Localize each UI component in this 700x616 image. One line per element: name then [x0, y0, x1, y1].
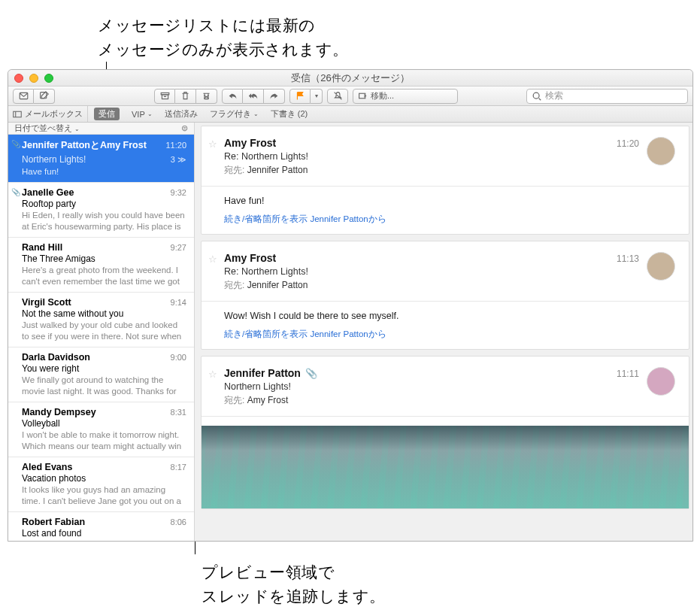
- star-icon[interactable]: ☆: [208, 369, 217, 380]
- thread-from: Amy Frost: [224, 252, 308, 264]
- titlebar: 受信（26件のメッセージ）: [8, 70, 692, 86]
- forward-button[interactable]: [264, 89, 285, 104]
- star-icon[interactable]: ☆: [208, 253, 217, 265]
- flag-menu-button[interactable]: ▾: [311, 89, 323, 104]
- thread-count: 3 ≫: [171, 155, 186, 164]
- callout-bottom: プレビュー領域で スレッドを追跡します。: [202, 560, 386, 608]
- window-title: 受信（26件のメッセージ）: [8, 71, 692, 85]
- message-subject: Volleyball: [22, 418, 60, 429]
- message-row[interactable]: 📎Janelle Gee9:32Rooftop partyHi Eden, I …: [8, 183, 194, 238]
- reply-all-button[interactable]: [243, 89, 264, 104]
- message-subject: Vacation photos: [22, 473, 86, 484]
- message-preview: We finally got around to watching the mo…: [22, 375, 186, 397]
- thread-message: ☆Amy FrostRe: Northern Lights!宛先: Jennif…: [201, 241, 689, 350]
- message-time: 11:20: [165, 141, 186, 150]
- message-time: 8:17: [171, 463, 186, 472]
- flagged-tab[interactable]: フラグ付き⌄: [204, 106, 265, 122]
- move-icon: [358, 91, 368, 101]
- flag-button[interactable]: [289, 89, 311, 104]
- chevron-down-icon: ▾: [315, 93, 318, 99]
- message-row[interactable]: Aled Evans8:17Vacation photosIt looks li…: [8, 457, 194, 512]
- forward-icon: [269, 91, 279, 101]
- expand-quote-link[interactable]: 続き/省略箇所を表示 Jennifer Pattonから: [224, 329, 675, 340]
- svg-point-5: [533, 93, 539, 99]
- junk-icon: [202, 91, 211, 101]
- compose-button[interactable]: [34, 89, 55, 104]
- thread-from: Jennifer Patton📎: [224, 367, 317, 379]
- message-subject: Not the same without you: [22, 308, 123, 319]
- message-from: Aled Evans: [22, 462, 72, 472]
- thread-body: Wow! Wish I could be there to see myself…: [224, 311, 675, 321]
- attachment-icon: 📎: [11, 188, 20, 196]
- mail-window: 受信（26件のメッセージ） ▾ 移動...: [8, 69, 693, 542]
- message-subject: Lost and found: [22, 528, 81, 539]
- search-icon: [532, 91, 542, 102]
- junk-button[interactable]: [196, 89, 217, 104]
- favorites-bar: メールボックス 受信 VIP⌄ 送信済み フラグ付き⌄ 下書き (2): [8, 106, 692, 123]
- toolbar: ▾ 移動... 検索: [8, 86, 692, 106]
- message-from: Rand Hill: [22, 242, 62, 253]
- message-list: 日付で並べ替え ⌄ ⊜ 📎Jennifer PattonとAmy Frost11…: [8, 123, 195, 541]
- envelope-icon: [19, 91, 29, 101]
- delete-button[interactable]: [175, 89, 196, 104]
- message-preview: I won't be able to make it tomorrow nigh…: [22, 429, 186, 452]
- mute-button[interactable]: [327, 89, 348, 104]
- move-label: 移動...: [371, 90, 394, 102]
- avatar: [647, 252, 675, 281]
- message-row[interactable]: Darla Davidson9:00You were rightWe final…: [8, 347, 194, 402]
- search-placeholder: 検索: [545, 90, 563, 102]
- message-from: Robert Fabian: [22, 517, 85, 527]
- archive-icon: [160, 91, 170, 101]
- sent-tab[interactable]: 送信済み: [159, 106, 204, 122]
- thread-time: 11:13: [617, 253, 639, 264]
- message-row[interactable]: Robert Fabian8:06Lost and foundHi everyo…: [8, 512, 194, 541]
- chevron-down-icon: ⌄: [253, 111, 259, 117]
- sort-bar[interactable]: 日付で並べ替え ⌄ ⊜: [8, 123, 194, 135]
- move-to-button[interactable]: 移動...: [353, 89, 458, 104]
- sidebar-icon: [13, 110, 22, 119]
- thread-to: 宛先: Jennifer Patton: [224, 164, 308, 177]
- chevron-down-icon: ⌄: [147, 111, 153, 117]
- svg-rect-4: [359, 93, 365, 99]
- message-row[interactable]: Virgil Scott9:14Not the same without you…: [8, 293, 194, 347]
- message-subject: Northern Lights!: [22, 154, 86, 165]
- get-mail-button[interactable]: [13, 89, 34, 104]
- flag-icon: [295, 91, 305, 101]
- attachment-icon: 📎: [305, 368, 317, 379]
- message-preview: Here's a great photo from the weekend. I…: [22, 265, 186, 287]
- message-time: 9:00: [171, 353, 186, 362]
- thread-body: Have fun!: [224, 196, 675, 206]
- message-subject: Rooftop party: [22, 199, 76, 209]
- filter-icon[interactable]: ⊜: [181, 123, 188, 133]
- message-row[interactable]: Mandy Dempsey8:31VolleyballI won't be ab…: [8, 402, 194, 457]
- message-subject: You were right: [22, 363, 79, 374]
- message-from: Jennifer PattonとAmy Frost: [22, 139, 147, 152]
- reply-button[interactable]: [222, 89, 243, 104]
- expand-quote-link[interactable]: 続き/省略箇所を表示 Jennifer Pattonから: [224, 214, 675, 225]
- inbox-tab[interactable]: 受信: [88, 106, 126, 122]
- message-from: Janelle Gee: [22, 187, 74, 198]
- message-from: Virgil Scott: [22, 297, 71, 308]
- message-row[interactable]: Rand Hill9:27The Three AmigasHere's a gr…: [8, 238, 194, 293]
- thread-time: 11:20: [617, 138, 639, 149]
- vip-tab[interactable]: VIP⌄: [126, 106, 159, 122]
- mailboxes-toggle[interactable]: メールボックス: [8, 106, 88, 122]
- message-row[interactable]: 📎Jennifer PattonとAmy Frost11:20Northern …: [8, 135, 194, 183]
- message-preview: Hi Eden, I really wish you could have be…: [22, 210, 186, 232]
- reply-icon: [228, 91, 238, 101]
- svg-rect-6: [14, 111, 22, 117]
- message-time: 8:06: [171, 517, 186, 526]
- thread-to: 宛先: Jennifer Patton: [224, 279, 308, 292]
- compose-icon: [39, 91, 49, 101]
- archive-button[interactable]: [154, 89, 175, 104]
- message-from: Darla Davidson: [22, 352, 90, 363]
- star-icon[interactable]: ☆: [208, 138, 217, 150]
- drafts-tab[interactable]: 下書き (2): [265, 106, 314, 122]
- message-preview: Hi everyone, I found a pair of sunglasse…: [22, 539, 186, 541]
- search-field[interactable]: 検索: [526, 89, 688, 104]
- attachment-image[interactable]: [202, 426, 689, 508]
- callout-top: メッセージリストには最新の メッセージのみが表示されます。: [98, 14, 349, 61]
- content-area: 日付で並べ替え ⌄ ⊜ 📎Jennifer PattonとAmy Frost11…: [8, 123, 692, 541]
- message-time: 9:27: [171, 243, 186, 252]
- thread-message: ☆Amy FrostRe: Northern Lights!宛先: Jennif…: [201, 126, 689, 235]
